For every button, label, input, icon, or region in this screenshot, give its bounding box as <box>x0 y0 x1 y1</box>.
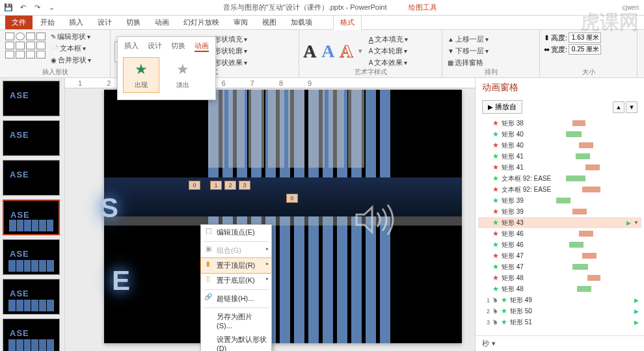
window-title: 音乐与图形的"互动"设计（课件）.pptx - PowerPoint 绘图工具 <box>57 3 622 12</box>
move-up-button[interactable]: ▲ <box>613 101 624 113</box>
slide-thumbnails[interactable]: ASE ASE ASE ASE ASE ASE ASE <box>0 78 65 351</box>
tab-transition[interactable]: 切换 <box>120 16 147 29</box>
speaker-icon[interactable] <box>351 203 397 236</box>
cm-save-pic[interactable]: 另存为图片(S)... <box>201 309 271 332</box>
anim-list-item[interactable]: ★矩形 38 <box>478 118 641 129</box>
play-button[interactable]: ▶ 播放自 <box>482 100 522 114</box>
merge-shapes-button[interactable]: ◉ 合并形状 ▾ <box>49 55 92 66</box>
anim-list-item[interactable]: ★矩形 41 <box>478 151 641 162</box>
anim-tag-4[interactable]: 0 <box>286 194 298 203</box>
group-insert-shapes: 插入形状 <box>0 68 110 77</box>
popup-tab-design[interactable]: 设计 <box>148 41 162 52</box>
text-outline-button[interactable]: A 文本轮廓 ▾ <box>368 46 409 57</box>
save-icon[interactable]: 💾 <box>3 2 14 14</box>
cm-send-back[interactable]: ▯置于底层(K)▸ <box>201 273 271 288</box>
tab-home[interactable]: 开始 <box>34 16 61 29</box>
time-dropdown-icon[interactable]: ▾ <box>492 339 496 348</box>
text-fill-button[interactable]: A 文本填充 ▾ <box>368 34 409 45</box>
popup-tab-animation[interactable]: 动画 <box>195 41 209 52</box>
anim-list-item[interactable]: 2🖱★矩形 50▶ <box>478 306 641 317</box>
edit-shape-button[interactable]: ✎ 编辑形状 ▾ <box>49 31 92 42</box>
anim-list-item[interactable]: ★矩形 48 <box>478 272 641 283</box>
anim-fade[interactable]: ★ 淡出 <box>165 57 201 93</box>
tab-design[interactable]: 设计 <box>91 16 118 29</box>
height-input-row: ⬍ 高度: <box>544 32 633 43</box>
star-icon: ★ <box>174 60 192 79</box>
thumb-1[interactable]: ASE <box>3 81 60 116</box>
selection-pane-button[interactable]: ▦ 选择窗格 <box>446 57 535 68</box>
tab-format[interactable]: 格式 <box>333 15 362 30</box>
cm-group[interactable]: ▣组合(G)▸ <box>201 243 271 258</box>
tab-file[interactable]: 文件 <box>5 16 33 29</box>
star-icon: ★ <box>132 60 150 79</box>
anim-list-item[interactable]: 1🖱★矩形 49▶ <box>478 294 641 306</box>
anim-list-item[interactable]: ★矩形 48 <box>478 283 641 294</box>
redo-icon[interactable]: ↷ <box>31 2 43 14</box>
animation-list[interactable]: ★矩形 38★矩形 40★矩形 40★矩形 41★矩形 41★文本框 92: E… <box>476 116 644 335</box>
anim-tag-2[interactable]: 2 <box>224 181 236 190</box>
anim-list-item[interactable]: ★矩形 47 <box>478 261 641 272</box>
bring-forward-button[interactable]: ▲ 上移一层 ▾ <box>446 34 535 45</box>
cm-bring-front[interactable]: ▮置于顶层(R)▸ <box>200 257 272 274</box>
width-input[interactable] <box>569 44 601 55</box>
group-arrange: 排列 <box>442 68 539 77</box>
anim-list-item[interactable]: 3🖱★矩形 51▶ <box>478 317 641 328</box>
context-menu: ⬚编辑顶点(E) ▣组合(G)▸ ▮置于顶层(R)▸ ▯置于底层(K)▸ 🔗超链… <box>200 224 272 351</box>
text-effects-button[interactable]: A 文本效果 ▾ <box>368 57 409 68</box>
wordart-gallery[interactable]: AAA ▾ <box>303 38 362 62</box>
anim-list-item[interactable]: ★矩形 40 <box>478 129 641 140</box>
thumb-3[interactable]: ASE <box>3 160 60 196</box>
ribbon: ✎ 编辑形状 ▾ 📄 文本框 ▾ ◉ 合并形状 ▾ 插入形状 Abc Abc A… <box>0 30 644 78</box>
customize-icon[interactable]: ⌄ <box>46 2 57 14</box>
canvas[interactable]: 123456789 S E 0 1 2 3 0 ⬚编辑顶点(E) ▣组合(G)▸… <box>65 78 475 351</box>
shape-gallery[interactable] <box>4 31 47 66</box>
anim-appear[interactable]: ★ 出现 <box>123 57 159 93</box>
width-input-row: ⬌ 宽度: <box>544 44 633 55</box>
cm-hyperlink[interactable]: 🔗超链接(H)... <box>201 291 271 306</box>
group-size: 大小 <box>540 68 637 77</box>
thumb-6[interactable]: ASE <box>3 279 60 315</box>
anim-list-item[interactable]: ★矩形 47 <box>478 250 641 261</box>
tab-insert[interactable]: 插入 <box>62 16 90 29</box>
animation-pane: 动画窗格 ▶ 播放自 ▲ ▼ ★矩形 38★矩形 40★矩形 40★矩形 41★… <box>475 78 644 351</box>
send-backward-button[interactable]: ▼ 下移一层 ▾ <box>446 46 535 57</box>
height-input[interactable] <box>569 32 601 43</box>
tab-review[interactable]: 审阅 <box>227 16 254 29</box>
text-box-button[interactable]: 📄 文本框 ▾ <box>49 43 92 54</box>
tab-animation[interactable]: 动画 <box>148 16 176 29</box>
workspace: ASE ASE ASE ASE ASE ASE ASE 123456789 S … <box>0 78 644 351</box>
undo-icon[interactable]: ↶ <box>17 2 29 14</box>
pane-title: 动画窗格 <box>476 78 644 98</box>
move-down-button[interactable]: ▼ <box>626 101 637 113</box>
anim-list-item[interactable]: ★矩形 39 <box>478 195 641 206</box>
popup-tab-transition[interactable]: 切换 <box>171 41 185 52</box>
tab-view[interactable]: 视图 <box>256 16 283 29</box>
anim-tag-0[interactable]: 0 <box>189 181 200 190</box>
tab-slideshow[interactable]: 幻灯片放映 <box>177 16 226 29</box>
thumb-7[interactable]: ASE <box>3 318 60 351</box>
anim-list-item[interactable]: ★文本框 92: EASE <box>478 184 641 195</box>
anim-list-item[interactable]: ★矩形 46 <box>478 228 641 239</box>
popup-tab-insert[interactable]: 插入 <box>124 41 139 52</box>
thumb-2[interactable]: ASE <box>3 120 60 156</box>
anim-list-item[interactable]: ★矩形 39 <box>478 206 641 217</box>
user-name: cjwen <box>622 4 644 11</box>
height-icon: ⬍ <box>544 34 550 42</box>
anim-list-item[interactable]: ★矩形 40 <box>478 140 641 151</box>
anim-list-item[interactable]: ★矩形 43▶▼ <box>478 217 641 228</box>
anim-list-item[interactable]: ★文本框 92: EASE <box>478 173 641 184</box>
ribbon-tabs: 文件 开始 插入 设计 切换 动画 幻灯片放映 审阅 视图 加载项 格式 <box>0 16 644 30</box>
group-wordart: 艺术字样式 <box>299 68 442 77</box>
tab-addins[interactable]: 加载项 <box>284 16 319 29</box>
anim-tag-1[interactable]: 1 <box>210 181 222 190</box>
slide[interactable]: S E 0 1 2 3 0 <box>104 90 462 343</box>
cm-set-default[interactable]: 设置为默认形状(D) <box>201 332 271 351</box>
width-icon: ⬌ <box>544 46 550 54</box>
anim-tag-3[interactable]: 3 <box>239 181 250 190</box>
anim-list-item[interactable]: ★矩形 46 <box>478 239 641 250</box>
thumb-4[interactable]: ASE <box>3 200 60 235</box>
pane-footer: 秒 ▾ <box>476 335 644 351</box>
cm-edit-points[interactable]: ⬚编辑顶点(E) <box>201 225 271 240</box>
anim-list-item[interactable]: ★矩形 41 <box>478 162 641 173</box>
thumb-5[interactable]: ASE <box>3 239 60 275</box>
